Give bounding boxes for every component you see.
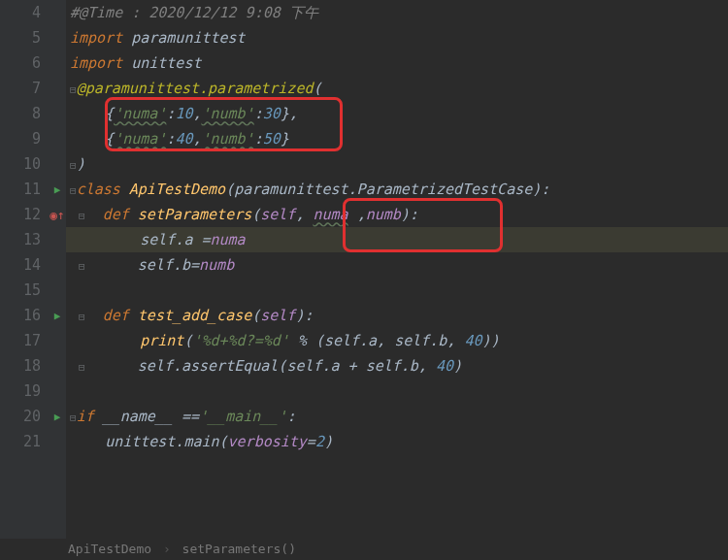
breadcrumb[interactable]: ApiTestDemo › setParameters() [68, 542, 296, 556]
code-area[interactable]: #@Time : 2020/12/12 9:08 下午 import param… [66, 0, 728, 539]
code-row: print('%d+%d?=%d' % (self.a, self.b, 40)… [66, 328, 728, 353]
line-number-gutter: 4 5 6 7 8 9 10 11 12 13 14 15 16 17 18 1… [0, 0, 49, 539]
fold-icon[interactable]: ⊟ [70, 83, 77, 96]
code-row: ⊟if __name__ =='__main__': [66, 404, 728, 429]
run-gutter-icon[interactable]: ▶ [54, 310, 61, 322]
fold-icon[interactable]: ⊟ [70, 184, 77, 197]
line-num: 20 [0, 404, 41, 429]
code-row: ⊟class ApiTestDemo(paramunittest.Paramet… [66, 177, 728, 202]
code-row: ⊟ def setParameters(self, numa ,numb): [66, 202, 728, 227]
line-num: 14 [0, 252, 41, 278]
code-row: ⊟ def test_add_case(self): [66, 303, 728, 328]
code-row: ⊟) [66, 151, 728, 177]
fold-icon[interactable]: ⊟ [70, 412, 77, 424]
code-row [66, 379, 728, 404]
code-row: ⊟ self.assertEqual(self.a + self.b, 40) [66, 353, 728, 379]
code-row: ⊟ self.b=numb [66, 252, 728, 278]
breadcrumb-item[interactable]: ApiTestDemo [68, 542, 151, 556]
code-row: self.a =numa [66, 227, 728, 252]
code-row: import unittest [66, 50, 728, 76]
line-num: 17 [0, 328, 41, 353]
line-num: 21 [0, 429, 41, 454]
line-num: 15 [0, 278, 41, 303]
code-row: import paramunittest [66, 25, 728, 50]
line-num: 5 [0, 25, 41, 50]
line-num: 16 [0, 303, 41, 328]
fold-icon[interactable]: ⊟ [70, 159, 77, 172]
code-row: ⊟@paramunittest.parametrized( [66, 76, 728, 101]
code-editor[interactable]: 4 5 6 7 8 9 10 11 12 13 14 15 16 17 18 1… [0, 0, 728, 539]
run-gutter-icon[interactable]: ▶ [54, 183, 61, 196]
breadcrumb-item[interactable]: setParameters() [182, 542, 296, 556]
line-num: 12 [0, 202, 41, 227]
line-num: 19 [0, 379, 41, 404]
fold-icon[interactable]: ⊟ [79, 311, 85, 323]
fold-icon[interactable]: ⊟ [79, 361, 85, 374]
line-num: 4 [0, 0, 41, 25]
override-icon[interactable]: ◉↑ [50, 208, 65, 222]
code-row [66, 278, 728, 303]
line-num: 6 [0, 50, 41, 76]
line-num: 11 [0, 177, 41, 202]
line-num: 8 [0, 101, 41, 126]
fold-icon[interactable]: ⊟ [79, 260, 85, 273]
line-num: 7 [0, 76, 41, 101]
chevron-right-icon: › [163, 542, 171, 556]
code-row: #@Time : 2020/12/12 9:08 下午 [66, 0, 728, 25]
line-num: 10 [0, 151, 41, 177]
gutter-markers: ▶ ◉↑ ▶ ▶ [49, 0, 66, 539]
fold-icon[interactable]: ⊟ [79, 210, 85, 222]
code-row: {'numa':40,'numb':50} [66, 126, 728, 151]
code-row: unittest.main(verbosity=2) [66, 429, 728, 454]
code-row: {'numa':10,'numb':30}, [66, 101, 728, 126]
line-num: 9 [0, 126, 41, 151]
line-num: 18 [0, 353, 41, 379]
line-num: 13 [0, 227, 41, 252]
run-gutter-icon[interactable]: ▶ [54, 411, 61, 423]
